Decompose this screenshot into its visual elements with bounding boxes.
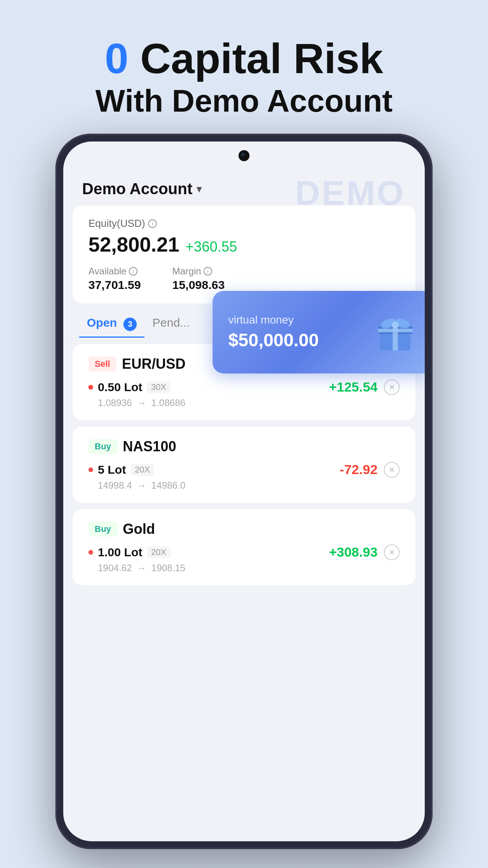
headline-rest: Capital Risk xyxy=(128,35,383,82)
trade-dot-eurusd xyxy=(88,385,93,390)
tab-open-badge: 3 xyxy=(123,318,137,331)
hero-title: 0 Capital Risk With Demo Account xyxy=(0,0,488,132)
trade-row-nas100: 5 Lot 20X -72.92 ✕ xyxy=(88,462,400,478)
margin-value: 15,098.63 xyxy=(172,278,224,292)
equity-info-icon[interactable]: i xyxy=(148,219,157,228)
screen-content: Demo Account ▾ DEMO Equity(USD) i 52,800… xyxy=(63,169,425,841)
equity-amount: 52,800.21 xyxy=(88,233,179,256)
trade-symbol-eurusd: EUR/USD xyxy=(122,356,185,372)
trade-dot-nas100 xyxy=(88,467,93,472)
camera-notch xyxy=(238,150,250,161)
tab-pending-label: Pend... xyxy=(152,316,190,329)
available-value: 37,701.59 xyxy=(88,278,141,292)
trade-dot-gold xyxy=(88,550,93,555)
trade-type-buy-nas: Buy xyxy=(88,439,117,454)
available-item: Available i 37,701.59 xyxy=(88,266,141,292)
close-trade-nas100[interactable]: ✕ xyxy=(384,462,400,478)
trade-left-gold: 1.00 Lot 20X xyxy=(88,546,171,559)
equity-label-text: Equity(USD) xyxy=(88,217,145,230)
close-trade-gold[interactable]: ✕ xyxy=(384,544,400,560)
trade-type-buy-gold: Buy xyxy=(88,522,117,537)
equity-value-row: 52,800.21 +360.55 xyxy=(88,233,400,256)
demo-account-title: Demo Account xyxy=(82,180,193,198)
tab-open-label: Open xyxy=(87,316,117,329)
available-info-icon[interactable]: i xyxy=(129,267,138,276)
trade-leverage-eurusd: 30X xyxy=(147,381,170,393)
headline: 0 Capital Risk xyxy=(0,35,488,82)
trade-row-gold: 1.00 Lot 20X +308.93 ✕ xyxy=(88,544,400,560)
subheadline: With Demo Account xyxy=(0,82,488,120)
margin-info-icon[interactable]: i xyxy=(204,267,212,276)
trade-card-gold: Buy Gold 1.00 Lot 20X +308.93 ✕ xyxy=(73,509,415,585)
phone-wrapper: Demo Account ▾ DEMO Equity(USD) i 52,800… xyxy=(55,134,433,849)
trade-lot-gold: 1.00 Lot xyxy=(98,546,142,559)
equity-label: Equity(USD) i xyxy=(88,217,400,230)
margin-label: Margin i xyxy=(172,266,224,277)
phone-screen: Demo Account ▾ DEMO Equity(USD) i 52,800… xyxy=(63,142,425,841)
trade-prices-nas100: 14998.4 → 14986.0 xyxy=(98,480,400,491)
trade-card-nas100: Buy NAS100 5 Lot 20X -72.92 ✕ xyxy=(73,427,415,503)
trade-leverage-gold: 20X xyxy=(147,546,170,558)
trade-header-gold: Buy Gold xyxy=(88,521,400,537)
gift-icon xyxy=(374,311,417,354)
account-sub-row: Available i 37,701.59 Margin i 15,098.63 xyxy=(88,266,400,292)
trade-row-eurusd: 0.50 Lot 30X +125.54 ✕ xyxy=(88,379,400,395)
close-trade-eurusd[interactable]: ✕ xyxy=(384,379,400,395)
trade-left-eurusd: 0.50 Lot 30X xyxy=(88,381,171,394)
trade-symbol-gold: Gold xyxy=(123,521,155,537)
trade-prices-gold: 1904.62 → 1908.15 xyxy=(98,563,400,574)
margin-item: Margin i 15,098.63 xyxy=(172,266,224,292)
tab-open[interactable]: Open 3 xyxy=(79,310,145,337)
virtual-money-card: virtual money $50,000.00 xyxy=(213,291,425,373)
svg-rect-3 xyxy=(378,329,413,332)
available-label: Available i xyxy=(88,266,141,277)
trade-prices-eurusd: 1.08936 → 1.08686 xyxy=(98,397,400,408)
chevron-down-icon[interactable]: ▾ xyxy=(196,182,202,195)
svg-point-6 xyxy=(392,322,399,329)
trade-pnl-gold: +308.93 xyxy=(329,544,378,560)
trade-pnl-nas100: -72.92 xyxy=(340,462,378,477)
tab-pending[interactable]: Pend... xyxy=(145,310,198,337)
demo-header: Demo Account ▾ DEMO xyxy=(63,169,425,206)
phone-frame: Demo Account ▾ DEMO Equity(USD) i 52,800… xyxy=(55,134,433,849)
trade-leverage-nas100: 20X xyxy=(131,464,154,476)
zero-highlight: 0 xyxy=(105,35,128,82)
trade-lot-nas100: 5 Lot xyxy=(98,463,126,476)
virtual-card-amount: $50,000.00 xyxy=(228,329,319,351)
virtual-card-text: virtual money $50,000.00 xyxy=(228,314,319,351)
hero-section: 0 Capital Risk With Demo Account xyxy=(0,0,488,132)
trade-header-nas100: Buy NAS100 xyxy=(88,438,400,455)
trade-lot-eurusd: 0.50 Lot xyxy=(98,381,142,394)
demo-watermark: DEMO xyxy=(295,173,405,213)
trade-symbol-nas100: NAS100 xyxy=(123,438,176,455)
virtual-card-label: virtual money xyxy=(228,314,319,326)
equity-change: +360.55 xyxy=(185,239,237,255)
trade-type-sell: Sell xyxy=(88,357,116,371)
account-card: Equity(USD) i 52,800.21 +360.55 Availabl… xyxy=(73,206,415,303)
trade-pnl-eurusd: +125.54 xyxy=(329,379,378,395)
trade-left-nas100: 5 Lot 20X xyxy=(88,463,154,476)
